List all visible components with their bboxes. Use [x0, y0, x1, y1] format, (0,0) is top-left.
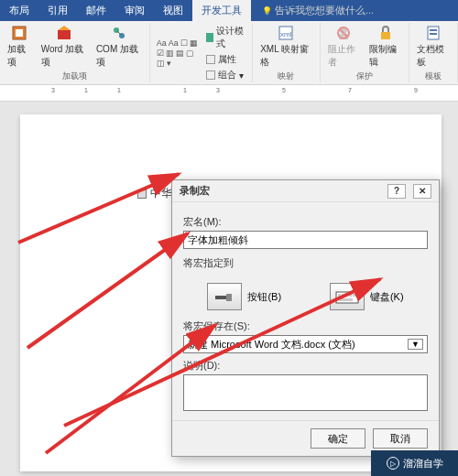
- ok-button[interactable]: 确定: [311, 428, 365, 449]
- block-authors-button[interactable]: 阻止作者: [324, 23, 364, 70]
- assign-label: 将宏指定到: [183, 256, 428, 270]
- design-mode-button[interactable]: 设计模式: [205, 24, 245, 51]
- macro-name-input[interactable]: [183, 231, 428, 249]
- tell-me-input[interactable]: 告诉我您想要做什么...: [258, 0, 377, 21]
- annotation-arrow: [41, 320, 224, 458]
- group-button[interactable]: 组合▾: [205, 68, 245, 82]
- com-icon: [111, 25, 127, 41]
- ctrl-icon[interactable]: ▥: [166, 49, 174, 58]
- lock-icon: [377, 25, 394, 41]
- help-button[interactable]: ?: [387, 184, 406, 199]
- store-icon: [56, 25, 72, 41]
- doc-template-button[interactable]: 文档模板: [413, 23, 453, 70]
- restrict-edit-button[interactable]: 限制编辑: [365, 23, 405, 70]
- ctrl-icon[interactable]: ◫: [157, 59, 165, 68]
- ctrl-icon[interactable]: ▾: [167, 59, 171, 68]
- group-addins: 加载项 Word 加载项 COM 加载项 加载项: [0, 23, 150, 82]
- ribbon-tabs: 布局 引用 邮件 审阅 视图 开发工具 告诉我您想要做什么...: [0, 0, 458, 21]
- svg-text:xml: xml: [280, 30, 292, 38]
- tab-view[interactable]: 视图: [154, 0, 192, 21]
- chevron-down-icon: ▼: [408, 339, 423, 350]
- ctrl-icon[interactable]: Aa: [157, 38, 167, 48]
- tab-mail[interactable]: 邮件: [77, 0, 115, 21]
- watermark: ▷ 溜溜自学 ZIXUE.3D66.COM: [371, 450, 458, 476]
- svg-rect-13: [381, 32, 390, 39]
- template-icon: [425, 25, 442, 41]
- addins-icon: [11, 25, 27, 41]
- svg-rect-16: [430, 33, 437, 35]
- svg-marker-3: [58, 26, 71, 30]
- group-template: 文档模板 模板: [409, 23, 458, 82]
- cancel-button[interactable]: 取消: [373, 428, 428, 449]
- ctrl-icon[interactable]: ☐: [180, 38, 188, 48]
- ruler: 31113579: [0, 85, 458, 102]
- group-controls: Aa Aa ☐ ▦ ☑ ▥ ▤ ▢ ◫ ▾ 设计模式 属性: [150, 23, 253, 82]
- block-icon: [335, 25, 352, 41]
- com-addin-button[interactable]: COM 加载项: [93, 23, 146, 70]
- tab-review[interactable]: 审阅: [115, 0, 154, 21]
- ctrl-icon[interactable]: ▤: [176, 49, 184, 58]
- xml-icon: xml: [278, 25, 294, 41]
- ctrl-icon[interactable]: Aa: [169, 38, 179, 48]
- group-label-template: 模板: [425, 70, 442, 82]
- tab-developer[interactable]: 开发工具: [192, 0, 251, 21]
- tab-references[interactable]: 引用: [38, 0, 77, 21]
- ctrl-icon[interactable]: ▢: [186, 49, 194, 58]
- close-button[interactable]: ✕: [413, 184, 431, 199]
- ctrl-icon[interactable]: ☑: [157, 49, 164, 58]
- macro-name-label: 宏名(M):: [183, 215, 428, 229]
- ribbon: 加载项 Word 加载项 COM 加载项 加载项 Aa Aa ☐ ▦: [0, 21, 458, 85]
- word-addin-button[interactable]: Word 加载项: [38, 23, 91, 70]
- group-protect: 阻止作者 限制编辑 保护: [321, 23, 410, 82]
- group-label-protect: 保护: [356, 70, 373, 82]
- svg-rect-2: [58, 30, 71, 39]
- xml-map-button[interactable]: xml XML 映射窗格: [256, 23, 315, 70]
- play-icon: ▷: [387, 457, 399, 470]
- dialog-titlebar[interactable]: 录制宏 ? ✕: [172, 180, 439, 202]
- group-mapping: xml XML 映射窗格 映射: [253, 23, 320, 82]
- ctrl-icon[interactable]: ▦: [190, 38, 198, 48]
- svg-line-6: [117, 31, 121, 35]
- group-label-mapping: 映射: [278, 70, 294, 82]
- group-label-addins: 加载项: [62, 70, 87, 82]
- svg-line-29: [46, 325, 215, 453]
- svg-rect-15: [430, 29, 437, 31]
- properties-button[interactable]: 属性: [205, 52, 245, 67]
- tab-layout[interactable]: 布局: [0, 0, 38, 21]
- svg-rect-1: [16, 29, 23, 37]
- addins-button[interactable]: 加载项: [4, 23, 36, 70]
